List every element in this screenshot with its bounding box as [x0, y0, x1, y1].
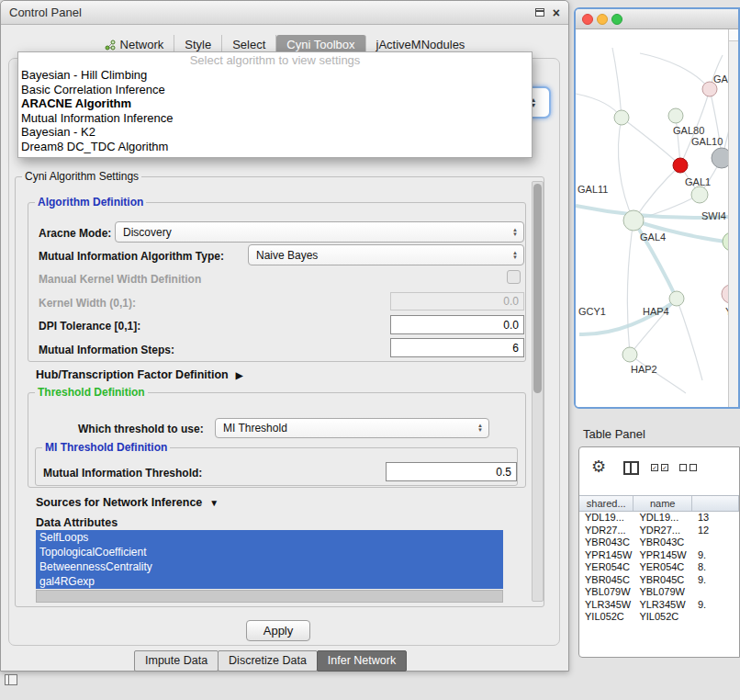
- mi-algorithm-type-value: Naive Bayes: [256, 249, 318, 262]
- float-window-icon[interactable]: [535, 8, 544, 17]
- settings-scrollbar-thumb[interactable]: [533, 184, 542, 393]
- settings-scrollbar[interactable]: [532, 181, 544, 602]
- network-canvas[interactable]: GAL8 GAL80 GAL10 GAL11 GAL1 SWI4 GAL4 GC…: [576, 29, 728, 407]
- mi-steps-field[interactable]: [390, 338, 524, 357]
- table-row[interactable]: YIL052CYIL052C: [579, 611, 739, 624]
- node-label: GAL8: [713, 73, 728, 85]
- list-item-selected[interactable]: TopologicalCoefficient: [36, 545, 503, 559]
- network-node[interactable]: [668, 108, 683, 123]
- close-traffic-light[interactable]: [582, 14, 593, 25]
- node-label: HAP4: [643, 306, 669, 317]
- mi-steps-label: Mutual Information Steps:: [39, 344, 174, 356]
- close-icon[interactable]: ×: [553, 6, 560, 19]
- window-title: Control Panel: [9, 6, 82, 19]
- network-node[interactable]: [712, 148, 728, 168]
- tab-infer-network[interactable]: Infer Network: [317, 650, 407, 672]
- table-panel-toolbar: ⚙ ✓✓: [579, 447, 739, 495]
- dropdown-item[interactable]: Dream8 DC_TDC Algorithm: [18, 140, 532, 154]
- data-attributes-label: Data Attributes: [36, 516, 118, 529]
- network-node[interactable]: [722, 285, 728, 303]
- list-item-selected[interactable]: gal4RGexp: [36, 574, 503, 589]
- node-label: HAP2: [631, 364, 657, 375]
- node-label: GAL11: [577, 184, 608, 195]
- table-header-row: shared... name: [579, 495, 739, 512]
- select-all-icon[interactable]: ✓✓: [651, 464, 668, 471]
- tab-impute-data[interactable]: Impute Data: [134, 650, 219, 672]
- chevron-right-icon[interactable]: ▶: [236, 370, 243, 380]
- table-row[interactable]: YBR045CYBR045C9.: [579, 574, 739, 587]
- column-header[interactable]: shared...: [579, 496, 633, 511]
- which-threshold-combobox[interactable]: MI Threshold ▲▼: [215, 418, 489, 438]
- network-nodes: [614, 82, 728, 362]
- table-panel-title: Table Panel: [583, 427, 645, 441]
- network-view-window: GAL8 GAL80 GAL10 GAL11 GAL1 SWI4 GAL4 GC…: [574, 7, 740, 409]
- node-label: SWI4: [701, 210, 726, 221]
- table-row[interactable]: YBL079WYBL079W: [579, 586, 739, 599]
- kernel-width-field: [390, 292, 524, 310]
- deselect-all-icon[interactable]: [679, 464, 697, 471]
- which-threshold-label: Which threshold to use:: [78, 423, 204, 435]
- network-node-labels: GAL8 GAL80 GAL10 GAL11 GAL1 SWI4 GAL4 GC…: [577, 73, 728, 375]
- network-node-selected[interactable]: [673, 158, 688, 173]
- mi-threshold-field[interactable]: [386, 462, 517, 481]
- mi-threshold-label: Mutual Information Threshold:: [43, 467, 202, 480]
- minimized-panel-icon[interactable]: [5, 674, 17, 685]
- network-node[interactable]: [614, 110, 629, 125]
- column-header[interactable]: [692, 496, 739, 511]
- dropdown-item[interactable]: Mutual Information Inference: [18, 111, 532, 126]
- threshold-definition-title: Threshold Definition: [35, 386, 148, 399]
- settings-group-title: Cyni Algorithm Settings: [22, 170, 141, 183]
- manual-kernel-checkbox: [507, 270, 521, 284]
- node-label: GAL1: [685, 176, 711, 187]
- aracne-mode-combobox[interactable]: Discovery ▲▼: [115, 221, 524, 243]
- list-horizontal-scrollbar[interactable]: [36, 590, 503, 603]
- sources-section-header[interactable]: Sources for Network Inference ▼: [36, 496, 219, 509]
- table-row[interactable]: YBR043CYBR043C: [579, 536, 739, 549]
- gear-icon[interactable]: ⚙: [591, 457, 606, 476]
- dpi-tolerance-label: DPI Tolerance [0,1]:: [39, 320, 140, 333]
- list-item-selected[interactable]: BetweennessCentrality: [36, 559, 503, 574]
- dpi-tolerance-field[interactable]: [390, 315, 524, 334]
- network-node[interactable]: [669, 291, 684, 306]
- dropdown-item-highlighted[interactable]: ARACNE Algorithm: [18, 96, 532, 111]
- network-node[interactable]: [623, 210, 644, 231]
- network-tab-icon: [105, 40, 116, 51]
- combo-arrows-icon: ▲▼: [512, 251, 518, 260]
- chevron-down-icon[interactable]: ▼: [209, 498, 219, 508]
- apply-button[interactable]: Apply: [246, 620, 310, 641]
- node-label: GCY1: [578, 306, 606, 317]
- mi-algorithm-type-label: Mutual Information Algorithm Type:: [39, 250, 224, 263]
- algorithm-dropdown-popup: Select algorithm to view settings Bayesi…: [17, 51, 533, 158]
- dropdown-prompt: Select algorithm to view settings: [18, 53, 532, 68]
- column-header[interactable]: name: [633, 496, 692, 511]
- aracne-mode-value: Discovery: [123, 226, 172, 239]
- table-row[interactable]: YER054CYER054C8.: [579, 561, 739, 574]
- hub-section-header[interactable]: Hub/Transcription Factor Definition ▶: [36, 368, 242, 381]
- table-panel-window: ⚙ ✓✓ shared... name YDL19...YDL19...13 Y…: [578, 446, 740, 658]
- combo-arrows-icon: ▲▼: [477, 423, 483, 433]
- mi-algorithm-type-combobox[interactable]: Naive Bayes ▲▼: [248, 244, 524, 265]
- column-chooser-icon[interactable]: [623, 461, 639, 475]
- zoom-traffic-light[interactable]: [611, 14, 622, 25]
- network-node[interactable]: [622, 347, 637, 362]
- scrollbar-corner-box: [729, 29, 738, 41]
- table-row[interactable]: YLR345WYLR345W9.: [579, 599, 739, 612]
- combo-arrows-icon: ▲▼: [512, 228, 518, 237]
- network-node[interactable]: [691, 186, 708, 203]
- table-row[interactable]: YDL19...YDL19...13: [579, 512, 739, 525]
- list-item-selected[interactable]: SelfLoops: [36, 530, 503, 545]
- dropdown-item[interactable]: Bayesian - Hill Climbing: [18, 68, 532, 83]
- aracne-mode-label: Aracne Mode:: [39, 227, 111, 240]
- data-attributes-list: SelfLoops TopologicalCoefficient Between…: [36, 530, 503, 589]
- table-body: YDL19...YDL19...13 YDR27...YDR27...12 YB…: [579, 512, 739, 624]
- node-label: GAL80: [673, 125, 704, 136]
- node-label: GAL4: [640, 231, 666, 243]
- table-row[interactable]: YPR145WYPR145W9.: [579, 549, 739, 562]
- tab-discretize-data[interactable]: Discretize Data: [218, 650, 318, 672]
- network-vertical-scrollbar[interactable]: [728, 29, 738, 407]
- table-row[interactable]: YDR27...YDR27...12: [579, 525, 739, 537]
- dropdown-item[interactable]: Bayesian - K2: [18, 125, 532, 140]
- minimize-traffic-light[interactable]: [597, 14, 608, 25]
- dropdown-item[interactable]: Basic Correlation Inference: [18, 83, 532, 97]
- network-window-titlebar: [576, 9, 738, 29]
